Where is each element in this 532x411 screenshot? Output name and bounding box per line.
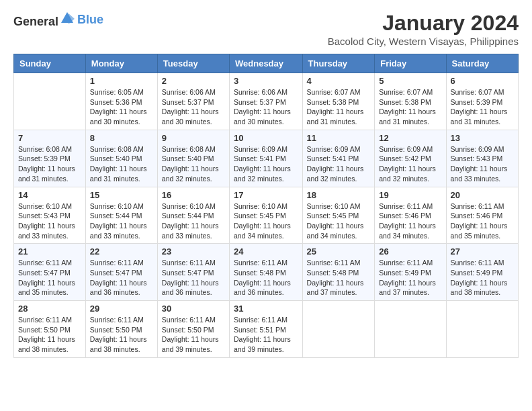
day-info: Sunrise: 6:11 AM Sunset: 5:51 PM Dayligh… bbox=[234, 315, 298, 355]
logo-general: General bbox=[13, 15, 58, 28]
header-cell-monday: Monday bbox=[85, 54, 157, 73]
day-info: Sunrise: 6:08 AM Sunset: 5:39 PM Dayligh… bbox=[18, 144, 81, 184]
day-cell: 28Sunrise: 6:11 AM Sunset: 5:50 PM Dayli… bbox=[14, 301, 86, 358]
logo-text: General bbox=[13, 11, 75, 29]
day-number: 7 bbox=[18, 133, 81, 143]
day-info: Sunrise: 6:10 AM Sunset: 5:43 PM Dayligh… bbox=[18, 201, 81, 241]
day-cell: 15Sunrise: 6:10 AM Sunset: 5:44 PM Dayli… bbox=[85, 187, 157, 244]
day-info: Sunrise: 6:11 AM Sunset: 5:47 PM Dayligh… bbox=[162, 258, 225, 298]
day-info: Sunrise: 6:10 AM Sunset: 5:44 PM Dayligh… bbox=[90, 201, 153, 241]
day-cell: 31Sunrise: 6:11 AM Sunset: 5:51 PM Dayli… bbox=[230, 301, 303, 358]
day-info: Sunrise: 6:11 AM Sunset: 5:47 PM Dayligh… bbox=[18, 258, 81, 298]
day-info: Sunrise: 6:07 AM Sunset: 5:38 PM Dayligh… bbox=[379, 87, 441, 127]
week-row-2: 7Sunrise: 6:08 AM Sunset: 5:39 PM Daylig… bbox=[14, 130, 519, 187]
day-info: Sunrise: 6:11 AM Sunset: 5:49 PM Dayligh… bbox=[379, 258, 441, 298]
week-row-4: 21Sunrise: 6:11 AM Sunset: 5:47 PM Dayli… bbox=[14, 244, 519, 301]
day-cell bbox=[375, 301, 446, 358]
day-number: 29 bbox=[90, 304, 153, 314]
day-number: 17 bbox=[234, 190, 298, 200]
header-cell-saturday: Saturday bbox=[446, 54, 518, 73]
day-info: Sunrise: 6:11 AM Sunset: 5:48 PM Dayligh… bbox=[234, 258, 298, 298]
day-number: 18 bbox=[307, 190, 371, 200]
day-number: 4 bbox=[307, 76, 371, 86]
day-info: Sunrise: 6:11 AM Sunset: 5:46 PM Dayligh… bbox=[379, 201, 441, 241]
day-info: Sunrise: 6:08 AM Sunset: 5:40 PM Dayligh… bbox=[162, 144, 225, 184]
day-cell: 6Sunrise: 6:07 AM Sunset: 5:39 PM Daylig… bbox=[446, 73, 518, 130]
day-info: Sunrise: 6:11 AM Sunset: 5:50 PM Dayligh… bbox=[90, 315, 153, 355]
title-area: January 2024 Bacolod City, Western Visay… bbox=[328, 11, 519, 47]
day-info: Sunrise: 6:07 AM Sunset: 5:39 PM Dayligh… bbox=[451, 87, 514, 127]
day-number: 12 bbox=[379, 133, 441, 143]
day-cell bbox=[14, 73, 86, 130]
day-number: 3 bbox=[234, 76, 298, 86]
day-cell: 20Sunrise: 6:11 AM Sunset: 5:46 PM Dayli… bbox=[446, 187, 518, 244]
day-cell: 21Sunrise: 6:11 AM Sunset: 5:47 PM Dayli… bbox=[14, 244, 86, 301]
header-row: SundayMondayTuesdayWednesdayThursdayFrid… bbox=[14, 54, 519, 73]
day-cell: 10Sunrise: 6:09 AM Sunset: 5:41 PM Dayli… bbox=[230, 130, 303, 187]
day-cell: 3Sunrise: 6:06 AM Sunset: 5:37 PM Daylig… bbox=[230, 73, 303, 130]
header-cell-sunday: Sunday bbox=[14, 54, 86, 73]
day-cell: 17Sunrise: 6:10 AM Sunset: 5:45 PM Dayli… bbox=[230, 187, 303, 244]
day-number: 2 bbox=[162, 76, 225, 86]
day-number: 28 bbox=[18, 304, 81, 314]
day-number: 23 bbox=[162, 246, 225, 257]
day-cell: 27Sunrise: 6:11 AM Sunset: 5:49 PM Dayli… bbox=[446, 244, 518, 301]
day-info: Sunrise: 6:11 AM Sunset: 5:50 PM Dayligh… bbox=[18, 315, 81, 355]
day-number: 14 bbox=[18, 190, 81, 200]
day-info: Sunrise: 6:07 AM Sunset: 5:38 PM Dayligh… bbox=[307, 87, 371, 127]
day-cell bbox=[302, 301, 375, 358]
header-cell-tuesday: Tuesday bbox=[157, 54, 229, 73]
header-cell-wednesday: Wednesday bbox=[230, 54, 303, 73]
day-number: 21 bbox=[18, 246, 81, 257]
logo-blue: Blue bbox=[77, 13, 103, 27]
day-number: 11 bbox=[307, 133, 371, 143]
day-cell: 25Sunrise: 6:11 AM Sunset: 5:48 PM Dayli… bbox=[302, 244, 375, 301]
month-title: January 2024 bbox=[328, 11, 519, 36]
week-row-1: 1Sunrise: 6:05 AM Sunset: 5:36 PM Daylig… bbox=[14, 73, 519, 130]
day-number: 13 bbox=[451, 133, 514, 143]
calendar-table: SundayMondayTuesdayWednesdayThursdayFrid… bbox=[13, 54, 519, 358]
day-cell: 8Sunrise: 6:08 AM Sunset: 5:40 PM Daylig… bbox=[85, 130, 157, 187]
day-number: 15 bbox=[90, 190, 153, 200]
day-number: 22 bbox=[90, 246, 153, 257]
day-number: 9 bbox=[162, 133, 225, 143]
day-info: Sunrise: 6:11 AM Sunset: 5:50 PM Dayligh… bbox=[162, 315, 225, 355]
day-number: 31 bbox=[234, 304, 298, 314]
day-info: Sunrise: 6:10 AM Sunset: 5:44 PM Dayligh… bbox=[162, 201, 225, 241]
day-number: 1 bbox=[90, 76, 153, 86]
day-cell: 5Sunrise: 6:07 AM Sunset: 5:38 PM Daylig… bbox=[375, 73, 446, 130]
logo-icon bbox=[60, 11, 75, 26]
day-number: 5 bbox=[379, 76, 441, 86]
day-cell: 23Sunrise: 6:11 AM Sunset: 5:47 PM Dayli… bbox=[157, 244, 229, 301]
day-info: Sunrise: 6:09 AM Sunset: 5:41 PM Dayligh… bbox=[307, 144, 371, 184]
day-cell: 29Sunrise: 6:11 AM Sunset: 5:50 PM Dayli… bbox=[85, 301, 157, 358]
day-info: Sunrise: 6:06 AM Sunset: 5:37 PM Dayligh… bbox=[234, 87, 298, 127]
day-cell bbox=[446, 301, 518, 358]
day-info: Sunrise: 6:05 AM Sunset: 5:36 PM Dayligh… bbox=[90, 87, 153, 127]
page-header: General Blue January 2024 Bacolod City, … bbox=[13, 11, 519, 47]
day-cell: 26Sunrise: 6:11 AM Sunset: 5:49 PM Dayli… bbox=[375, 244, 446, 301]
day-info: Sunrise: 6:11 AM Sunset: 5:46 PM Dayligh… bbox=[451, 201, 514, 241]
day-number: 16 bbox=[162, 190, 225, 200]
day-info: Sunrise: 6:06 AM Sunset: 5:37 PM Dayligh… bbox=[162, 87, 225, 127]
header-cell-friday: Friday bbox=[375, 54, 446, 73]
day-number: 30 bbox=[162, 304, 225, 314]
day-number: 6 bbox=[451, 76, 514, 86]
day-cell: 16Sunrise: 6:10 AM Sunset: 5:44 PM Dayli… bbox=[157, 187, 229, 244]
day-cell: 2Sunrise: 6:06 AM Sunset: 5:37 PM Daylig… bbox=[157, 73, 229, 130]
day-info: Sunrise: 6:10 AM Sunset: 5:45 PM Dayligh… bbox=[307, 201, 371, 241]
day-info: Sunrise: 6:08 AM Sunset: 5:40 PM Dayligh… bbox=[90, 144, 153, 184]
day-number: 27 bbox=[451, 246, 514, 257]
day-info: Sunrise: 6:11 AM Sunset: 5:48 PM Dayligh… bbox=[307, 258, 371, 298]
day-info: Sunrise: 6:11 AM Sunset: 5:47 PM Dayligh… bbox=[90, 258, 153, 298]
day-number: 20 bbox=[451, 190, 514, 200]
day-number: 8 bbox=[90, 133, 153, 143]
day-info: Sunrise: 6:09 AM Sunset: 5:41 PM Dayligh… bbox=[234, 144, 298, 184]
day-cell: 13Sunrise: 6:09 AM Sunset: 5:43 PM Dayli… bbox=[446, 130, 518, 187]
day-cell: 30Sunrise: 6:11 AM Sunset: 5:50 PM Dayli… bbox=[157, 301, 229, 358]
day-cell: 24Sunrise: 6:11 AM Sunset: 5:48 PM Dayli… bbox=[230, 244, 303, 301]
day-info: Sunrise: 6:10 AM Sunset: 5:45 PM Dayligh… bbox=[234, 201, 298, 241]
day-cell: 7Sunrise: 6:08 AM Sunset: 5:39 PM Daylig… bbox=[14, 130, 86, 187]
week-row-3: 14Sunrise: 6:10 AM Sunset: 5:43 PM Dayli… bbox=[14, 187, 519, 244]
header-cell-thursday: Thursday bbox=[302, 54, 375, 73]
